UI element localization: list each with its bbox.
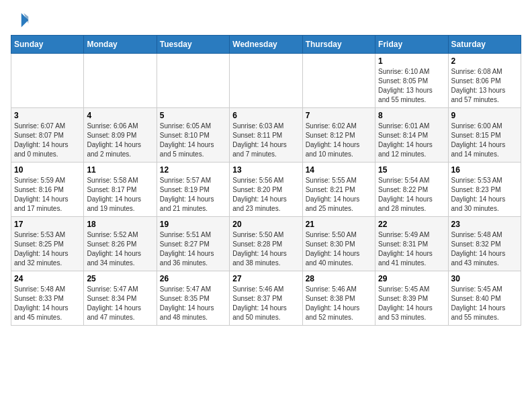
calendar-cell: 14Sunrise: 5:55 AM Sunset: 8:21 PM Dayli… [302, 163, 375, 217]
day-number: 15 [378, 165, 445, 175]
day-info: Sunrise: 5:55 AM Sunset: 8:21 PM Dayligh… [306, 176, 372, 214]
day-info: Sunrise: 5:59 AM Sunset: 8:16 PM Dayligh… [14, 176, 81, 214]
day-number: 13 [232, 165, 299, 175]
logo [11, 11, 32, 30]
day-info: Sunrise: 6:10 AM Sunset: 8:05 PM Dayligh… [378, 67, 445, 105]
day-number: 4 [87, 111, 153, 120]
week-row-4: 17Sunrise: 5:53 AM Sunset: 8:25 PM Dayli… [11, 217, 521, 271]
calendar-cell [302, 54, 375, 108]
day-number: 6 [232, 111, 299, 120]
day-number: 26 [160, 274, 226, 283]
day-info: Sunrise: 6:01 AM Sunset: 8:14 PM Dayligh… [378, 122, 445, 159]
calendar-cell: 21Sunrise: 5:50 AM Sunset: 8:30 PM Dayli… [302, 217, 375, 271]
day-number: 5 [160, 111, 226, 120]
day-info: Sunrise: 6:03 AM Sunset: 8:11 PM Dayligh… [232, 122, 299, 159]
day-number: 27 [232, 274, 299, 283]
calendar-cell: 7Sunrise: 6:02 AM Sunset: 8:12 PM Daylig… [302, 108, 375, 163]
day-info: Sunrise: 5:46 AM Sunset: 8:37 PM Dayligh… [232, 285, 299, 322]
calendar-cell: 25Sunrise: 5:47 AM Sunset: 8:34 PM Dayli… [84, 271, 157, 326]
week-row-5: 24Sunrise: 5:48 AM Sunset: 8:33 PM Dayli… [11, 271, 521, 326]
day-number: 16 [451, 165, 518, 175]
day-number: 29 [378, 274, 445, 283]
calendar-cell: 1Sunrise: 6:10 AM Sunset: 8:05 PM Daylig… [375, 54, 448, 108]
calendar-cell: 29Sunrise: 5:45 AM Sunset: 8:39 PM Dayli… [375, 271, 448, 326]
column-header-monday: Monday [84, 36, 157, 54]
day-info: Sunrise: 5:49 AM Sunset: 8:31 PM Dayligh… [378, 230, 445, 268]
column-header-thursday: Thursday [302, 36, 375, 54]
day-number: 11 [87, 165, 153, 175]
day-info: Sunrise: 5:45 AM Sunset: 8:40 PM Dayligh… [451, 285, 518, 322]
day-number: 28 [306, 274, 372, 283]
day-number: 2 [451, 56, 518, 66]
calendar-table: SundayMondayTuesdayWednesdayThursdayFrid… [11, 35, 521, 326]
day-info: Sunrise: 6:02 AM Sunset: 8:12 PM Dayligh… [306, 122, 372, 159]
day-info: Sunrise: 5:52 AM Sunset: 8:26 PM Dayligh… [87, 230, 153, 268]
calendar-cell: 30Sunrise: 5:45 AM Sunset: 8:40 PM Dayli… [448, 271, 521, 326]
calendar-cell: 24Sunrise: 5:48 AM Sunset: 8:33 PM Dayli… [11, 271, 84, 326]
day-info: Sunrise: 5:57 AM Sunset: 8:19 PM Dayligh… [160, 176, 226, 214]
day-info: Sunrise: 5:53 AM Sunset: 8:25 PM Dayligh… [14, 230, 81, 268]
day-number: 21 [306, 220, 372, 229]
day-number: 25 [87, 274, 153, 283]
day-info: Sunrise: 6:08 AM Sunset: 8:06 PM Dayligh… [451, 67, 518, 105]
day-info: Sunrise: 5:48 AM Sunset: 8:33 PM Dayligh… [14, 285, 81, 322]
day-number: 1 [378, 56, 445, 66]
calendar-cell [157, 54, 229, 108]
day-number: 8 [378, 111, 445, 120]
day-info: Sunrise: 5:50 AM Sunset: 8:30 PM Dayligh… [306, 230, 372, 268]
day-info: Sunrise: 5:45 AM Sunset: 8:39 PM Dayligh… [378, 285, 445, 322]
calendar-cell: 11Sunrise: 5:58 AM Sunset: 8:17 PM Dayli… [84, 163, 157, 217]
day-info: Sunrise: 5:46 AM Sunset: 8:38 PM Dayligh… [306, 285, 372, 322]
calendar-cell: 13Sunrise: 5:56 AM Sunset: 8:20 PM Dayli… [230, 163, 302, 217]
day-info: Sunrise: 5:51 AM Sunset: 8:27 PM Dayligh… [160, 230, 226, 268]
day-number: 9 [451, 111, 518, 120]
day-info: Sunrise: 6:00 AM Sunset: 8:15 PM Dayligh… [451, 122, 518, 159]
day-info: Sunrise: 6:05 AM Sunset: 8:10 PM Dayligh… [160, 122, 226, 159]
day-number: 12 [160, 165, 226, 175]
day-number: 19 [160, 220, 226, 229]
day-number: 22 [378, 220, 445, 229]
calendar-cell: 10Sunrise: 5:59 AM Sunset: 8:16 PM Dayli… [11, 163, 84, 217]
calendar-cell: 17Sunrise: 5:53 AM Sunset: 8:25 PM Dayli… [11, 217, 84, 271]
calendar-cell: 26Sunrise: 5:47 AM Sunset: 8:35 PM Dayli… [157, 271, 229, 326]
calendar-cell: 27Sunrise: 5:46 AM Sunset: 8:37 PM Dayli… [230, 271, 302, 326]
calendar-cell: 5Sunrise: 6:05 AM Sunset: 8:10 PM Daylig… [157, 108, 229, 163]
day-number: 24 [14, 274, 81, 283]
calendar-cell: 23Sunrise: 5:48 AM Sunset: 8:32 PM Dayli… [448, 217, 521, 271]
week-row-2: 3Sunrise: 6:07 AM Sunset: 8:07 PM Daylig… [11, 108, 521, 163]
calendar-cell: 6Sunrise: 6:03 AM Sunset: 8:11 PM Daylig… [230, 108, 302, 163]
calendar-cell [230, 54, 302, 108]
day-number: 10 [14, 165, 81, 175]
header-row: SundayMondayTuesdayWednesdayThursdayFrid… [11, 36, 521, 54]
week-row-3: 10Sunrise: 5:59 AM Sunset: 8:16 PM Dayli… [11, 163, 521, 217]
calendar-cell: 9Sunrise: 6:00 AM Sunset: 8:15 PM Daylig… [448, 108, 521, 163]
day-info: Sunrise: 5:50 AM Sunset: 8:28 PM Dayligh… [232, 230, 299, 268]
day-number: 20 [232, 220, 299, 229]
day-info: Sunrise: 5:48 AM Sunset: 8:32 PM Dayligh… [451, 230, 518, 268]
calendar-cell: 19Sunrise: 5:51 AM Sunset: 8:27 PM Dayli… [157, 217, 229, 271]
day-info: Sunrise: 5:54 AM Sunset: 8:22 PM Dayligh… [378, 176, 445, 214]
day-info: Sunrise: 5:58 AM Sunset: 8:17 PM Dayligh… [87, 176, 153, 214]
column-header-sunday: Sunday [11, 36, 84, 54]
day-number: 3 [14, 111, 81, 120]
calendar-cell: 22Sunrise: 5:49 AM Sunset: 8:31 PM Dayli… [375, 217, 448, 271]
calendar-cell: 15Sunrise: 5:54 AM Sunset: 8:22 PM Dayli… [375, 163, 448, 217]
calendar-cell [11, 54, 84, 108]
day-info: Sunrise: 5:47 AM Sunset: 8:34 PM Dayligh… [87, 285, 153, 322]
day-number: 17 [14, 220, 81, 229]
day-info: Sunrise: 6:06 AM Sunset: 8:09 PM Dayligh… [87, 122, 153, 159]
column-header-tuesday: Tuesday [157, 36, 229, 54]
day-info: Sunrise: 5:47 AM Sunset: 8:35 PM Dayligh… [160, 285, 226, 322]
week-row-1: 1Sunrise: 6:10 AM Sunset: 8:05 PM Daylig… [11, 54, 521, 108]
calendar-cell: 16Sunrise: 5:53 AM Sunset: 8:23 PM Dayli… [448, 163, 521, 217]
column-header-friday: Friday [375, 36, 448, 54]
calendar-cell: 2Sunrise: 6:08 AM Sunset: 8:06 PM Daylig… [448, 54, 521, 108]
logo-icon [11, 11, 30, 30]
day-info: Sunrise: 5:56 AM Sunset: 8:20 PM Dayligh… [232, 176, 299, 214]
calendar-cell: 28Sunrise: 5:46 AM Sunset: 8:38 PM Dayli… [302, 271, 375, 326]
day-info: Sunrise: 6:07 AM Sunset: 8:07 PM Dayligh… [14, 122, 81, 159]
header [11, 11, 521, 30]
calendar-cell: 3Sunrise: 6:07 AM Sunset: 8:07 PM Daylig… [11, 108, 84, 163]
calendar-cell: 18Sunrise: 5:52 AM Sunset: 8:26 PM Dayli… [84, 217, 157, 271]
day-number: 23 [451, 220, 518, 229]
